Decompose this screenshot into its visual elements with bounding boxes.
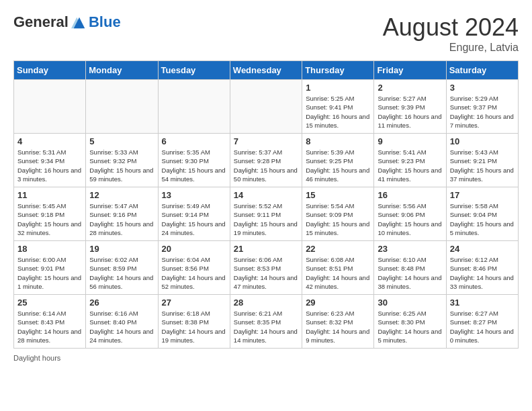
header-row: SundayMondayTuesdayWednesdayThursdayFrid… xyxy=(14,61,519,80)
cell-info: Sunrise: 6:10 AM Sunset: 8:48 PM Dayligh… xyxy=(378,255,442,291)
calendar-cell: 27Sunrise: 6:18 AM Sunset: 8:38 PM Dayli… xyxy=(158,295,230,349)
header-cell-saturday: Saturday xyxy=(446,61,518,80)
calendar-cell: 9Sunrise: 5:41 AM Sunset: 9:23 PM Daylig… xyxy=(374,134,446,187)
logo: GeneralBlue xyxy=(13,13,121,31)
day-number: 27 xyxy=(162,298,226,308)
week-row-4: 25Sunrise: 6:14 AM Sunset: 8:43 PM Dayli… xyxy=(14,295,519,349)
cell-info: Sunrise: 6:23 AM Sunset: 8:32 PM Dayligh… xyxy=(306,309,370,345)
day-number: 29 xyxy=(306,298,370,308)
cell-info: Sunrise: 5:47 AM Sunset: 9:16 PM Dayligh… xyxy=(89,201,154,237)
day-number: 23 xyxy=(378,244,442,254)
day-number: 20 xyxy=(162,244,226,254)
footer: Daylight hours xyxy=(13,354,519,362)
day-number: 22 xyxy=(306,244,370,254)
calendar-cell: 24Sunrise: 6:12 AM Sunset: 8:46 PM Dayli… xyxy=(446,241,518,295)
cell-info: Sunrise: 6:27 AM Sunset: 8:27 PM Dayligh… xyxy=(450,309,515,345)
calendar-cell: 17Sunrise: 5:58 AM Sunset: 9:04 PM Dayli… xyxy=(446,187,518,241)
day-number: 8 xyxy=(306,136,370,146)
cell-info: Sunrise: 6:14 AM Sunset: 8:43 PM Dayligh… xyxy=(17,309,82,345)
cell-info: Sunrise: 5:54 AM Sunset: 9:09 PM Dayligh… xyxy=(306,201,370,237)
calendar-cell: 1Sunrise: 5:25 AM Sunset: 9:41 PM Daylig… xyxy=(302,80,374,134)
day-number: 30 xyxy=(378,298,442,308)
cell-info: Sunrise: 5:25 AM Sunset: 9:41 PM Dayligh… xyxy=(306,94,370,130)
cell-info: Sunrise: 6:21 AM Sunset: 8:35 PM Dayligh… xyxy=(234,309,298,345)
cell-info: Sunrise: 6:00 AM Sunset: 9:01 PM Dayligh… xyxy=(17,255,82,291)
cell-info: Sunrise: 5:35 AM Sunset: 9:30 PM Dayligh… xyxy=(162,148,226,183)
calendar-cell: 6Sunrise: 5:35 AM Sunset: 9:30 PM Daylig… xyxy=(158,134,230,187)
header-cell-sunday: Sunday xyxy=(14,61,86,80)
day-number: 5 xyxy=(89,136,154,146)
cell-info: Sunrise: 6:06 AM Sunset: 8:53 PM Dayligh… xyxy=(234,255,298,291)
week-row-2: 11Sunrise: 5:45 AM Sunset: 9:18 PM Dayli… xyxy=(14,187,519,241)
calendar-cell: 13Sunrise: 5:49 AM Sunset: 9:14 PM Dayli… xyxy=(158,187,230,241)
logo-icon xyxy=(70,15,89,30)
calendar-cell: 4Sunrise: 5:31 AM Sunset: 9:34 PM Daylig… xyxy=(14,134,86,187)
cell-info: Sunrise: 6:25 AM Sunset: 8:30 PM Dayligh… xyxy=(378,309,442,345)
calendar-cell: 3Sunrise: 5:29 AM Sunset: 9:37 PM Daylig… xyxy=(446,80,518,134)
day-number: 16 xyxy=(378,190,442,200)
calendar-cell xyxy=(158,80,230,134)
cell-info: Sunrise: 6:08 AM Sunset: 8:51 PM Dayligh… xyxy=(306,255,370,291)
cell-info: Sunrise: 5:31 AM Sunset: 9:34 PM Dayligh… xyxy=(17,148,82,183)
day-number: 6 xyxy=(162,136,226,146)
day-number: 26 xyxy=(89,298,154,308)
cell-info: Sunrise: 5:33 AM Sunset: 9:32 PM Dayligh… xyxy=(89,148,154,183)
calendar-cell: 15Sunrise: 5:54 AM Sunset: 9:09 PM Dayli… xyxy=(302,187,374,241)
cell-info: Sunrise: 6:02 AM Sunset: 8:59 PM Dayligh… xyxy=(89,255,154,291)
day-number: 18 xyxy=(17,244,82,254)
day-number: 12 xyxy=(89,190,154,200)
day-number: 25 xyxy=(17,298,82,308)
calendar-cell: 25Sunrise: 6:14 AM Sunset: 8:43 PM Dayli… xyxy=(14,295,86,349)
week-row-3: 18Sunrise: 6:00 AM Sunset: 9:01 PM Dayli… xyxy=(14,241,519,295)
day-number: 15 xyxy=(306,190,370,200)
calendar-cell: 14Sunrise: 5:52 AM Sunset: 9:11 PM Dayli… xyxy=(230,187,302,241)
logo-general-text: General xyxy=(13,13,69,31)
cell-info: Sunrise: 5:37 AM Sunset: 9:28 PM Dayligh… xyxy=(234,148,298,183)
day-number: 4 xyxy=(17,136,82,146)
footer-label: Daylight hours xyxy=(13,354,60,362)
calendar-cell: 18Sunrise: 6:00 AM Sunset: 9:01 PM Dayli… xyxy=(14,241,86,295)
cell-info: Sunrise: 5:52 AM Sunset: 9:11 PM Dayligh… xyxy=(234,201,298,237)
header-cell-wednesday: Wednesday xyxy=(230,61,302,80)
logo-blue-text: Blue xyxy=(89,13,121,31)
calendar-cell: 31Sunrise: 6:27 AM Sunset: 8:27 PM Dayli… xyxy=(446,295,518,349)
page-header: GeneralBlue August 2024 Engure, Latvia xyxy=(13,13,519,54)
calendar-table: SundayMondayTuesdayWednesdayThursdayFrid… xyxy=(13,60,519,349)
calendar-cell: 30Sunrise: 6:25 AM Sunset: 8:30 PM Dayli… xyxy=(374,295,446,349)
location-label: Engure, Latvia xyxy=(383,42,519,54)
calendar-cell: 11Sunrise: 5:45 AM Sunset: 9:18 PM Dayli… xyxy=(14,187,86,241)
day-number: 9 xyxy=(378,136,442,146)
week-row-1: 4Sunrise: 5:31 AM Sunset: 9:34 PM Daylig… xyxy=(14,134,519,187)
header-cell-tuesday: Tuesday xyxy=(158,61,230,80)
calendar-cell: 10Sunrise: 5:43 AM Sunset: 9:21 PM Dayli… xyxy=(446,134,518,187)
calendar-cell: 8Sunrise: 5:39 AM Sunset: 9:25 PM Daylig… xyxy=(302,134,374,187)
cell-info: Sunrise: 6:18 AM Sunset: 8:38 PM Dayligh… xyxy=(162,309,226,345)
cell-info: Sunrise: 6:12 AM Sunset: 8:46 PM Dayligh… xyxy=(450,255,515,291)
day-number: 31 xyxy=(450,298,515,308)
calendar-cell: 28Sunrise: 6:21 AM Sunset: 8:35 PM Dayli… xyxy=(230,295,302,349)
calendar-cell: 21Sunrise: 6:06 AM Sunset: 8:53 PM Dayli… xyxy=(230,241,302,295)
week-row-0: 1Sunrise: 5:25 AM Sunset: 9:41 PM Daylig… xyxy=(14,80,519,134)
day-number: 2 xyxy=(378,83,442,93)
calendar-cell xyxy=(14,80,86,134)
day-number: 14 xyxy=(234,190,298,200)
title-block: August 2024 Engure, Latvia xyxy=(383,13,519,54)
calendar-cell: 23Sunrise: 6:10 AM Sunset: 8:48 PM Dayli… xyxy=(374,241,446,295)
day-number: 24 xyxy=(450,244,515,254)
calendar-cell: 12Sunrise: 5:47 AM Sunset: 9:16 PM Dayli… xyxy=(86,187,158,241)
cell-info: Sunrise: 5:41 AM Sunset: 9:23 PM Dayligh… xyxy=(378,148,442,183)
day-number: 3 xyxy=(450,83,515,93)
cell-info: Sunrise: 5:56 AM Sunset: 9:06 PM Dayligh… xyxy=(378,201,442,237)
cell-info: Sunrise: 6:04 AM Sunset: 8:56 PM Dayligh… xyxy=(162,255,226,291)
calendar-cell: 20Sunrise: 6:04 AM Sunset: 8:56 PM Dayli… xyxy=(158,241,230,295)
cell-info: Sunrise: 5:45 AM Sunset: 9:18 PM Dayligh… xyxy=(17,201,82,237)
cell-info: Sunrise: 5:58 AM Sunset: 9:04 PM Dayligh… xyxy=(450,201,515,237)
cell-info: Sunrise: 5:39 AM Sunset: 9:25 PM Dayligh… xyxy=(306,148,370,183)
day-number: 13 xyxy=(162,190,226,200)
calendar-cell: 16Sunrise: 5:56 AM Sunset: 9:06 PM Dayli… xyxy=(374,187,446,241)
calendar-cell: 7Sunrise: 5:37 AM Sunset: 9:28 PM Daylig… xyxy=(230,134,302,187)
day-number: 7 xyxy=(234,136,298,146)
day-number: 19 xyxy=(89,244,154,254)
cell-info: Sunrise: 5:29 AM Sunset: 9:37 PM Dayligh… xyxy=(450,94,515,130)
day-number: 17 xyxy=(450,190,515,200)
